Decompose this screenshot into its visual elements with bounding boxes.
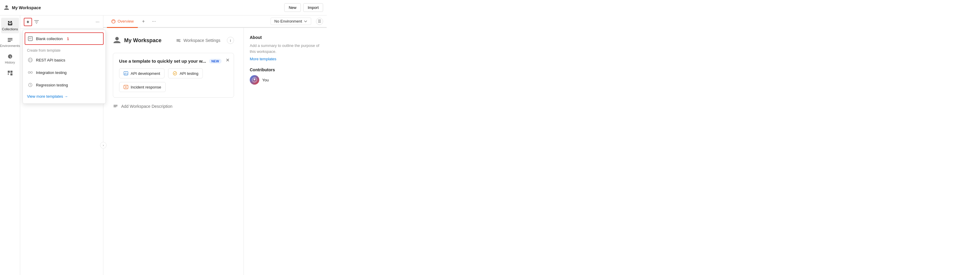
template-options: API development API testing — [119, 68, 228, 92]
environment-selector[interactable]: No Environment — [270, 17, 311, 25]
tab-overview-label: Overview — [118, 19, 134, 24]
workspace-title: My Workspace — [12, 5, 41, 10]
about-description: Add a summary to outline the purpose of … — [250, 43, 321, 54]
tab-overview[interactable]: Overview — [107, 16, 138, 28]
svg-point-10 — [28, 72, 30, 73]
incident-label: Incident response — [130, 85, 161, 89]
add-collection-button[interactable]: + — [24, 18, 32, 26]
api-dev-label: API development — [130, 71, 160, 76]
svg-point-11 — [30, 72, 32, 73]
workspace-settings-button[interactable]: Workspace Settings — [176, 38, 220, 43]
new-badge: NEW — [209, 59, 221, 64]
template-integration[interactable]: Integration testing — [23, 66, 105, 79]
contributor-name: You — [262, 78, 269, 82]
template-card-title: Use a template to quickly set up your w.… — [119, 59, 206, 64]
tabs-bar: Overview + ··· No Environment ☰ — [103, 16, 327, 28]
collections-panel: + ··· Blank collection 1 Create from t — [20, 16, 103, 275]
rest-api-icon — [28, 57, 33, 63]
add-tab-button[interactable]: + — [139, 19, 148, 24]
close-template-card-button[interactable]: ✕ — [226, 57, 229, 63]
sidebar-item-apps[interactable] — [1, 68, 19, 78]
about-title: About — [250, 35, 321, 40]
sidebar-item-history[interactable]: History — [1, 51, 19, 67]
svg-point-13 — [112, 20, 115, 23]
blank-collection-label: Blank collection — [36, 37, 63, 41]
integration-icon — [28, 70, 33, 75]
template-section-label: Create from template — [23, 45, 105, 54]
badge-number: 1 — [67, 37, 69, 41]
contributor-avatar — [250, 75, 259, 85]
overview-workspace-title: My Workspace — [124, 37, 162, 44]
info-button[interactable]: ☰ — [316, 18, 323, 25]
more-templates-link[interactable]: More templates — [250, 57, 277, 61]
sidebar-item-environments[interactable]: Environments — [1, 35, 19, 50]
contributors-title: Contributors — [250, 67, 321, 72]
add-description-label: Add Workspace Description — [121, 104, 172, 109]
overview-content: My Workspace Workspace Settings i — [103, 28, 327, 275]
template-option-incident[interactable]: Incident response — [119, 82, 166, 92]
workspace-header: My Workspace Workspace Settings i — [113, 36, 234, 45]
api-testing-label: API testing — [180, 71, 198, 76]
user-icon — [3, 5, 10, 11]
history-label: History — [5, 60, 15, 64]
history-icon — [7, 54, 13, 59]
svg-rect-3 — [8, 71, 10, 73]
svg-rect-1 — [8, 40, 13, 40]
contributor-avatar-icon — [251, 77, 258, 83]
view-more-templates[interactable]: View more templates → — [23, 91, 105, 102]
workspace-avatar-icon — [113, 36, 121, 45]
api-dev-icon — [124, 71, 128, 76]
environments-label: Environments — [0, 44, 20, 48]
svg-point-18 — [125, 86, 127, 87]
svg-point-14 — [179, 41, 180, 42]
overview-main: My Workspace Workspace Settings i — [103, 28, 243, 275]
sidebar-item-collections[interactable]: Collections — [1, 18, 19, 33]
main-layout: Collections Environments History — [0, 16, 327, 275]
template-card: Use a template to quickly set up your w.… — [113, 53, 234, 98]
blank-collection-item[interactable]: Blank collection 1 — [25, 32, 103, 45]
workspace-name: My Workspace — [3, 5, 281, 11]
collections-icon — [7, 20, 13, 26]
top-bar: My Workspace New Import — [0, 0, 327, 16]
dropdown-menu: Blank collection 1 Create from template … — [22, 30, 106, 103]
api-testing-icon — [173, 71, 177, 76]
sidebar-icons: Collections Environments History — [0, 16, 20, 275]
regression-label: Regression testing — [36, 83, 68, 87]
main-content: Overview + ··· No Environment ☰ — [103, 16, 327, 275]
integration-label: Integration testing — [36, 70, 67, 75]
collections-label: Collections — [2, 27, 18, 31]
new-button[interactable]: New — [284, 3, 301, 12]
template-rest-api[interactable]: REST API basics — [23, 54, 105, 66]
template-option-api-dev[interactable]: API development — [119, 68, 164, 78]
svg-rect-2 — [8, 41, 11, 42]
description-icon — [113, 103, 118, 109]
top-bar-actions: New Import — [284, 3, 323, 12]
filter-icon[interactable] — [34, 19, 39, 25]
blank-collection-icon — [28, 36, 33, 41]
environments-icon — [7, 37, 13, 43]
overview-tab-icon — [111, 19, 116, 24]
collections-header: + ··· — [20, 16, 103, 29]
template-option-api-testing[interactable]: API testing — [168, 68, 203, 78]
svg-point-16 — [173, 72, 177, 75]
collapse-arrow[interactable]: › — [100, 142, 107, 148]
apps-icon — [7, 70, 13, 76]
svg-point-20 — [254, 78, 255, 80]
svg-rect-0 — [8, 38, 13, 39]
import-button[interactable]: Import — [303, 3, 323, 12]
settings-icon — [176, 38, 181, 43]
tabs-more-button[interactable]: ··· — [149, 19, 159, 24]
add-description-item[interactable]: Add Workspace Description — [113, 103, 234, 109]
svg-rect-4 — [10, 71, 13, 73]
overview-sidebar: About Add a summary to outline the purpo… — [243, 28, 327, 275]
env-label: No Environment — [274, 19, 302, 24]
regression-icon — [28, 82, 33, 87]
more-icon[interactable]: ··· — [95, 19, 100, 25]
svg-rect-5 — [10, 73, 13, 75]
rest-api-label: REST API basics — [36, 58, 65, 62]
template-card-header: Use a template to quickly set up your w.… — [119, 59, 228, 64]
svg-rect-6 — [28, 37, 32, 41]
chevron-down-icon — [304, 20, 307, 23]
workspace-info-button[interactable]: i — [227, 37, 234, 44]
template-regression[interactable]: Regression testing — [23, 79, 105, 91]
